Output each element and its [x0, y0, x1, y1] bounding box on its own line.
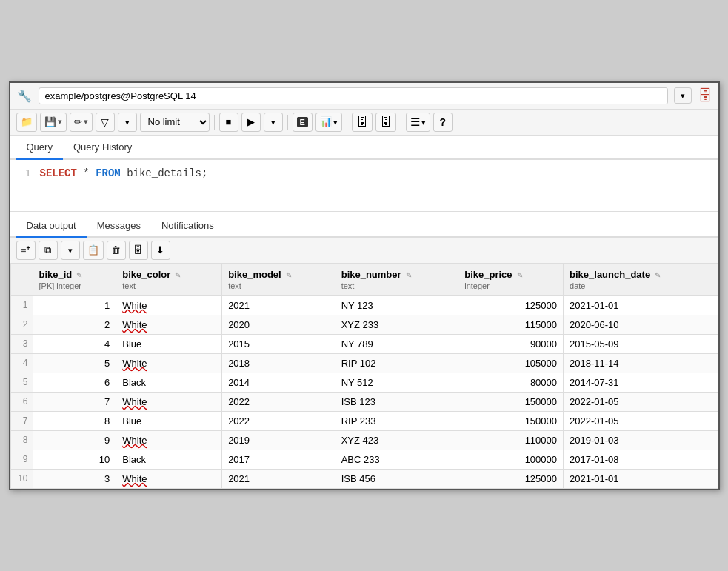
cell-bike-id: 5 [33, 353, 116, 373]
cell-bike-color: White [116, 353, 222, 373]
explain-button[interactable]: E [293, 113, 313, 132]
cell-bike-id: 3 [33, 469, 116, 488]
help-button[interactable]: ? [433, 113, 453, 132]
filter-dropdown-button[interactable] [118, 113, 137, 132]
connection-dropdown-button[interactable] [674, 87, 692, 104]
copy-button[interactable]: ⧉ [39, 241, 58, 260]
cell-bike-id: 4 [33, 334, 116, 353]
tab-messages[interactable]: Messages [87, 215, 151, 238]
chart-button[interactable]: 📊 [315, 113, 342, 132]
pencil-icon: ✏ [74, 116, 82, 127]
tab-notifications[interactable]: Notifications [151, 215, 224, 238]
cell-bike-launch-date: 2022-01-05 [564, 392, 718, 411]
data-table: bike_id✎ [PK] integer bike_color✎ text b… [10, 264, 718, 489]
trash-icon: 🗑 [111, 244, 121, 256]
save-button[interactable]: 💾 [40, 113, 67, 132]
table-row: 3 4 Blue 2015 NY 789 90000 2015-05-09 [10, 334, 718, 353]
cell-bike-number: ISB 123 [335, 392, 458, 411]
download-button[interactable]: ⬇ [151, 241, 170, 260]
copy-chevron-icon [68, 244, 73, 256]
row-number: 5 [10, 373, 33, 392]
separator2 [287, 115, 288, 130]
data-toolbar: ≡+ ⧉ 📋 🗑 🗄 ⬇ [10, 238, 718, 264]
cell-bike-id: 1 [33, 295, 116, 315]
play-icon: ▶ [247, 116, 255, 127]
paste-button[interactable]: 📋 [83, 241, 104, 260]
main-toolbar: 📁 💾 ✏ ▽ No limit 100 rows 500 rows 1000 … [10, 110, 718, 136]
row-number: 7 [10, 411, 33, 430]
save-icon: 💾 [44, 116, 56, 127]
cell-bike-number: NY 512 [335, 373, 458, 392]
edit-button[interactable]: ✏ [70, 113, 93, 132]
cell-bike-price: 125000 [458, 469, 564, 488]
add-row-icon: ≡+ [21, 244, 30, 256]
cell-bike-model: 2014 [222, 373, 335, 392]
row-number: 8 [10, 430, 33, 450]
cell-bike-number: XYZ 233 [335, 315, 458, 334]
copy-icon: ⧉ [44, 244, 51, 256]
col-header-bike-model[interactable]: bike_model✎ text [222, 264, 335, 295]
col-header-bike-id[interactable]: bike_id✎ [PK] integer [33, 264, 116, 295]
cell-bike-price: 110000 [458, 430, 564, 450]
col-header-bike-price[interactable]: bike_price✎ integer [458, 264, 564, 295]
row-number: 1 [10, 295, 33, 315]
stop-button[interactable]: ■ [219, 113, 238, 132]
clipboard-icon: 📋 [87, 244, 99, 256]
execute-dropdown-button[interactable] [264, 113, 283, 132]
table-header-row: bike_id✎ [PK] integer bike_color✎ text b… [10, 264, 718, 295]
wrench-icon: 🔧 [16, 87, 33, 104]
delete-row-button[interactable]: 🗑 [107, 241, 126, 260]
cell-bike-model: 2017 [222, 450, 335, 469]
copy-dropdown-button[interactable] [61, 241, 80, 260]
menu-list-button[interactable]: ☰ [406, 113, 430, 132]
data-table-wrapper: bike_id✎ [PK] integer bike_color✎ text b… [10, 264, 718, 489]
tab-query[interactable]: Query [16, 136, 63, 160]
cell-bike-model: 2021 [222, 469, 335, 488]
tab-query-history[interactable]: Query History [63, 136, 142, 160]
table-row: 9 10 Black 2017 ABC 233 100000 2017-01-0… [10, 450, 718, 469]
cell-bike-id: 7 [33, 392, 116, 411]
tab-data-output[interactable]: Data output [16, 215, 87, 238]
cell-bike-number: ISB 456 [335, 469, 458, 488]
row-number: 6 [10, 392, 33, 411]
cell-bike-launch-date: 2022-01-05 [564, 411, 718, 430]
col-header-bike-launch-date[interactable]: bike_launch_date✎ date [564, 264, 718, 295]
cell-bike-color: White [116, 392, 222, 411]
cell-bike-id: 9 [33, 430, 116, 450]
row-num-header [10, 264, 33, 295]
cell-bike-launch-date: 2020-06-10 [564, 315, 718, 334]
cell-bike-number: RIP 233 [335, 411, 458, 430]
cell-bike-color: White [116, 315, 222, 334]
col-header-bike-number[interactable]: bike_number✎ text [335, 264, 458, 295]
cell-bike-model: 2015 [222, 334, 335, 353]
cell-bike-price: 105000 [458, 353, 564, 373]
filter-button[interactable]: ▽ [96, 113, 115, 132]
connection-input[interactable] [39, 87, 668, 104]
cell-bike-color: White [116, 295, 222, 315]
help-icon: ? [440, 116, 447, 128]
open-folder-button[interactable]: 📁 [16, 113, 37, 132]
cell-bike-color: Black [116, 373, 222, 392]
separator3 [347, 115, 347, 130]
sql-line-1: 1 SELECT * FROM bike_details; [10, 166, 718, 181]
sql-editor[interactable]: 1 SELECT * FROM bike_details; [10, 160, 718, 212]
cell-bike-launch-date: 2017-01-08 [564, 450, 718, 469]
execute-button[interactable]: ▶ [241, 113, 261, 132]
cell-bike-model: 2021 [222, 295, 335, 315]
explain-icon: E [297, 117, 308, 127]
cell-bike-model: 2020 [222, 315, 335, 334]
save-data-button[interactable]: 🗄 [129, 241, 148, 260]
cell-bike-price: 150000 [458, 411, 564, 430]
separator4 [401, 115, 401, 130]
cell-bike-color: White [116, 469, 222, 488]
row-number: 4 [10, 353, 33, 373]
db-object-button1[interactable]: 🗄 [352, 113, 373, 132]
filter-icon: ▽ [101, 116, 109, 128]
db-object-button2[interactable]: 🗄 [375, 113, 396, 132]
add-row-button[interactable]: ≡+ [16, 241, 36, 260]
connection-bar: 🔧 🗄 [10, 83, 718, 110]
execute-chevron-icon [271, 116, 275, 127]
limit-select[interactable]: No limit 100 rows 500 rows 1000 rows [140, 113, 210, 132]
col-header-bike-color[interactable]: bike_color✎ text [116, 264, 222, 295]
cell-bike-color-value: White [122, 300, 147, 311]
